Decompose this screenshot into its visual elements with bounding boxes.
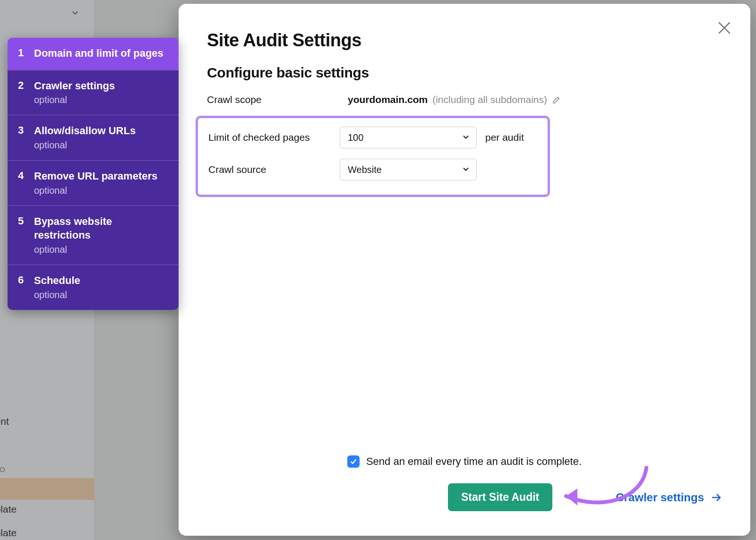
close-icon[interactable] [717,21,731,35]
step-optional: optional [34,185,157,196]
step-optional: optional [34,244,168,255]
crawl-scope-label: Crawl scope [207,94,339,105]
step-title: Remove URL parameters [34,169,157,183]
step-optional: optional [34,140,136,151]
source-select[interactable]: Website [340,159,477,180]
wizard-step-schedule[interactable]: 6 Schedule optional [8,265,179,310]
step-optional: optional [34,290,80,300]
step-title: Bypass website restrictions [34,214,168,242]
limit-label: Limit of checked pages [208,132,331,143]
wizard-step-remove-url-parameters[interactable]: 4 Remove URL parameters optional [8,160,179,206]
wizard-step-crawler-settings[interactable]: 2 Crawler settings optional [8,70,179,115]
modal-title: Site Audit Settings [207,30,718,51]
settings-modal: Site Audit Settings Configure basic sett… [179,4,750,536]
step-number: 1 [18,46,26,60]
next-link-label: Crawler settings [616,491,704,504]
pencil-icon[interactable] [552,95,561,104]
chevron-down-icon [462,164,470,175]
step-title: Crawler settings [34,79,115,93]
step-number: 6 [18,274,26,300]
crawl-scope-row: Crawl scope yourdomain.com (including al… [207,94,718,105]
step-number: 5 [18,214,26,255]
wizard-step-bypass-restrictions[interactable]: 5 Bypass website restrictions optional [8,206,179,265]
step-optional: optional [34,94,115,105]
wizard-step-domain-limit[interactable]: 1 Domain and limit of pages [8,38,179,70]
email-on-complete-row: Send an email every time an audit is com… [179,455,750,468]
limit-select[interactable]: 100 [340,127,477,148]
step-title: Schedule [34,274,80,288]
crawl-scope-including: (including all subdomains) [432,94,547,105]
wizard-steps: 1 Domain and limit of pages 2 Crawler se… [8,38,179,310]
step-title: Domain and limit of pages [34,46,163,60]
start-site-audit-button[interactable]: Start Site Audit [448,483,552,511]
chevron-down-icon [462,132,470,143]
limit-value: 100 [348,132,363,143]
step-number: 3 [18,124,26,151]
crawler-settings-link[interactable]: Crawler settings [616,491,722,504]
wizard-step-allow-disallow-urls[interactable]: 3 Allow/disallow URLs optional [8,115,179,160]
crawl-scope-domain: yourdomain.com [348,94,428,105]
email-on-complete-checkbox[interactable] [347,455,360,468]
source-label: Crawl source [208,164,331,175]
step-number: 4 [18,169,26,196]
email-on-complete-label: Send an email every time an audit is com… [366,455,582,468]
source-row: Crawl source Website [208,159,534,180]
limit-suffix: per audit [485,132,524,143]
source-value: Website [348,164,382,175]
annotation-highlight: Limit of checked pages 100 per audit Cra… [196,116,550,197]
step-number: 2 [18,79,26,106]
modal-subtitle: Configure basic settings [207,65,718,81]
limit-row: Limit of checked pages 100 per audit [208,127,534,148]
footer-actions: Start Site Audit Crawler settings [179,483,722,511]
step-title: Allow/disallow URLs [34,124,136,138]
arrow-right-icon [711,492,722,503]
